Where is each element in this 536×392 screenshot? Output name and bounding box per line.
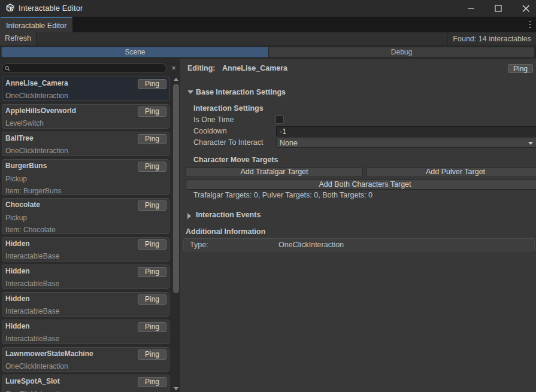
add-pulver-button[interactable]: Add Pulver Target: [366, 167, 536, 177]
character-dropdown[interactable]: None: [276, 138, 536, 148]
list-item-subtitle: InteractableBase: [5, 279, 59, 288]
additional-info-header: Additional Information: [186, 227, 265, 236]
list-item-subtitle: Pickup: [5, 175, 27, 183]
editing-value: AnneLise_Camera: [222, 64, 287, 72]
list-item-ping-button[interactable]: Ping: [138, 134, 166, 144]
list-item-ping-button[interactable]: Ping: [138, 239, 166, 250]
list-item[interactable]: AnneLise_Camera Ping OneClickInteraction: [2, 77, 169, 101]
list-item-name: BallTree: [5, 134, 34, 142]
list-item-subtitle: Item: BurgerBuns: [5, 187, 61, 195]
scrollbar-up-icon[interactable]: [174, 78, 178, 81]
tab-label: Interactable Editor: [6, 22, 66, 30]
list-item[interactable]: AppleHillsOverworld Ping LevelSwitch: [2, 104, 169, 129]
list-scrollbar[interactable]: [172, 75, 180, 392]
type-value: OneClickInteraction: [278, 241, 344, 249]
list-item-subtitle: InteractableBase: [5, 252, 59, 260]
scrollbar-thumb[interactable]: [173, 84, 179, 293]
close-button[interactable]: [512, 0, 536, 17]
list-item-name: Chocolate: [5, 200, 40, 209]
list-item-ping-button[interactable]: Ping: [138, 200, 166, 211]
type-label: Type:: [190, 241, 208, 249]
list-item-name: LawnmowerStateMachine: [5, 350, 93, 358]
list-item-name: Hidden: [5, 322, 30, 330]
dropdown-caret-icon: [528, 142, 533, 145]
dock-tab-bar: Interactable Editor: [0, 17, 536, 32]
list-item-ping-button[interactable]: Ping: [138, 294, 166, 305]
refresh-button[interactable]: Refresh: [0, 32, 37, 45]
interactable-list-panel: × AnneLise_Camera Ping OneClickInteracti…: [0, 59, 180, 392]
interaction-events-foldout[interactable]: Interaction Events: [196, 211, 261, 219]
list-item[interactable]: LureSpotA_Slot Ping OneClickInteraction: [2, 375, 169, 392]
list-item[interactable]: BurgerBuns Ping PickupItem: BurgerBuns: [2, 159, 169, 195]
list-item[interactable]: Hidden Ping InteractableBase: [2, 265, 169, 289]
character-dropdown-value: None: [280, 139, 298, 147]
is-one-time-label: Is One Time: [193, 116, 234, 124]
tab-interactable-editor[interactable]: Interactable Editor: [0, 17, 72, 32]
base-settings-foldout[interactable]: Base Interaction Settings: [196, 88, 286, 96]
list-item[interactable]: BallTree Ping OneClickInteraction: [2, 132, 169, 156]
list-item-name: Hidden: [5, 267, 30, 275]
found-count-label: Found: 14 interactables: [453, 32, 531, 45]
list-item-ping-button[interactable]: Ping: [138, 377, 166, 387]
list-item-subtitle: OneClickInteraction: [5, 390, 68, 392]
list-item[interactable]: Chocolate Ping PickupItem: Chocolate: [2, 198, 169, 234]
is-one-time-checkbox[interactable]: [275, 116, 284, 124]
list-item-subtitle: InteractableBase: [5, 335, 59, 343]
move-targets-header: Character Move Targets: [193, 156, 278, 164]
window-title: Interactable Editor: [19, 4, 83, 13]
list-item[interactable]: Hidden Ping InteractableBase: [2, 320, 169, 344]
interactable-editor-window: 6 Interactable Editor Interactable Edito…: [0, 0, 536, 392]
list-item-ping-button[interactable]: Ping: [138, 350, 166, 360]
list-item-subtitle: OneClickInteraction: [5, 362, 68, 370]
mode-tab-row: Scene Debug: [0, 46, 536, 59]
list-item-subtitle: OneClickInteraction: [5, 147, 68, 155]
list-item[interactable]: Hidden Ping InteractableBase: [2, 237, 169, 262]
editor-panel: Editing: AnneLise_Camera Ping Base Inter…: [180, 59, 536, 392]
list-item-name: LureSpotA_Slot: [5, 377, 60, 385]
list-item-name: Hidden: [5, 239, 30, 248]
list-item-ping-button[interactable]: Ping: [138, 107, 166, 117]
list-item-subtitle: LevelSwitch: [5, 119, 44, 127]
editing-ping-button[interactable]: Ping: [508, 64, 533, 73]
list-item[interactable]: Hidden Ping InteractableBase: [2, 292, 169, 317]
list-item[interactable]: LawnmowerStateMachine Ping OneClickInter…: [2, 347, 169, 372]
title-bar: 6 Interactable Editor: [0, 0, 536, 17]
foldout-open-icon[interactable]: [187, 90, 193, 94]
list-item-ping-button[interactable]: Ping: [138, 79, 166, 89]
list-item-name: Hidden: [5, 294, 30, 303]
add-both-button[interactable]: Add Both Characters Target: [186, 180, 536, 190]
list-item-name: AppleHillsOverworld: [5, 107, 76, 115]
tab-menu-icon[interactable]: [526, 20, 534, 29]
maximize-button[interactable]: [484, 0, 512, 17]
list-item-subtitle: OneClickInteraction: [5, 92, 68, 100]
foldout-closed-icon[interactable]: [187, 213, 191, 219]
tab-debug[interactable]: Debug: [269, 47, 535, 57]
editing-label: Editing:: [187, 64, 216, 72]
list-item-ping-button[interactable]: Ping: [138, 267, 166, 277]
window-toolbar: Refresh Found: 14 interactables: [0, 32, 536, 46]
search-input[interactable]: [2, 63, 166, 73]
list-item-ping-button[interactable]: Ping: [138, 322, 166, 332]
interaction-settings-header: Interaction Settings: [193, 104, 264, 113]
add-trafalgar-button[interactable]: Add Trafalgar Target: [186, 167, 363, 177]
cooldown-label: Cooldown: [193, 127, 227, 135]
maximize-icon: [493, 3, 504, 14]
toolbar-separator: [447, 32, 448, 45]
list-item-name: AnneLise_Camera: [5, 79, 68, 87]
list-item-ping-button[interactable]: Ping: [138, 162, 166, 172]
targets-summary: Trafalgar Targets: 0, Pulver Targets: 0,…: [193, 191, 373, 199]
close-icon: [520, 3, 531, 14]
interactable-list: AnneLise_Camera Ping OneClickInteraction…: [0, 75, 172, 392]
unity-version-badge: 6: [10, 5, 13, 13]
character-to-interact-label: Character To Interact: [193, 138, 264, 147]
tab-scene[interactable]: Scene: [1, 47, 269, 57]
search-clear-button[interactable]: ×: [169, 63, 178, 74]
cooldown-field[interactable]: -1: [276, 126, 536, 136]
minimize-button[interactable]: [457, 0, 484, 17]
list-item-subtitle: InteractableBase: [5, 307, 59, 315]
type-row: Type: OneClickInteraction: [183, 238, 535, 251]
scrollbar-down-icon[interactable]: [174, 387, 178, 390]
list-item-subtitle: Pickup: [5, 214, 27, 222]
list-item-name: BurgerBuns: [5, 162, 47, 170]
search-icon: [5, 66, 10, 71]
